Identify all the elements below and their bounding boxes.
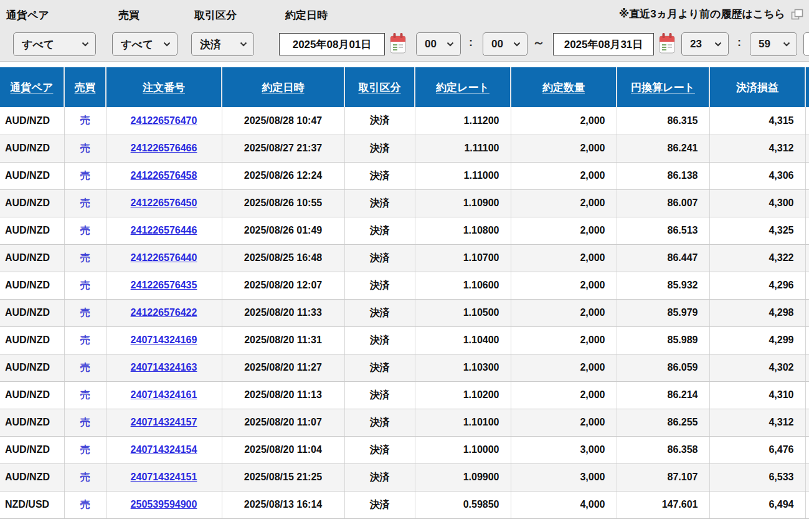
order-number-link[interactable]: 240714324163 [131, 362, 197, 373]
cell-exec-rate: 1.11100 [415, 135, 511, 162]
cell-jpy-rate: 86.513 [617, 217, 709, 244]
filter-bar: 通貨ペア 売買 取引区分 約定日時 ※直近3ヵ月より前の履歴はこちら すべて す… [0, 0, 809, 62]
calendar-icon[interactable] [658, 32, 676, 55]
calendar-icon[interactable] [389, 32, 407, 55]
minute-from-select[interactable]: 00 [483, 32, 528, 56]
table-row: AUD/NZD 売 241226576450 2025/08/26 10:55 … [0, 189, 809, 217]
cell-trade-type: 決済 [344, 381, 415, 409]
order-number-link[interactable]: 241226576458 [131, 170, 197, 181]
order-number-link[interactable]: 240714324169 [131, 335, 197, 345]
cell-settlement-pl: 4,325 [709, 217, 805, 244]
cell-order-number: 241226576440 [106, 244, 222, 272]
cell-jpy-rate: 86.255 [617, 409, 709, 436]
cell-exec-rate: 1.10100 [415, 409, 511, 436]
cell-currency-pair: AUD/NZD [0, 381, 64, 409]
cell-jpy-rate: 85.989 [617, 326, 709, 354]
order-number-link[interactable]: 240714324157 [131, 417, 197, 427]
hour-from-select-value: 00 [425, 38, 437, 50]
cell-order-number: 240714324151 [106, 463, 222, 491]
cell-jpy-rate: 147.601 [617, 491, 709, 518]
cell-currency-pair: AUD/NZD [0, 217, 64, 244]
header-jpy-rate[interactable]: 円換算レート [617, 67, 709, 107]
cell-order-number: 240714324161 [106, 381, 222, 409]
table-row: AUD/NZD 売 241226576458 2025/08/26 12:24 … [0, 162, 809, 189]
order-number-link[interactable]: 241226576435 [131, 280, 197, 290]
date-from-input[interactable]: 2025年08月01日 [279, 33, 385, 55]
order-number-link[interactable]: 241226576422 [131, 307, 197, 318]
cell-settlement-pl: 4,298 [709, 299, 805, 326]
currency-pair-select[interactable]: すべて [13, 32, 96, 56]
order-number-link[interactable]: 250539594900 [131, 499, 197, 510]
order-number-link[interactable]: 240714324161 [131, 389, 197, 400]
header-exec-rate[interactable]: 約定レート [415, 67, 511, 107]
table-row: AUD/NZD 売 241226576446 2025/08/26 01:49 … [0, 217, 809, 244]
cell-jpy-rate: 85.932 [617, 272, 709, 299]
chevron-down-icon [82, 42, 89, 47]
cell-currency-pair: AUD/NZD [0, 463, 64, 491]
cell-trade-type: 決済 [344, 272, 415, 299]
minute-to-select[interactable]: 59 [750, 32, 797, 56]
cell-jpy-rate: 87.107 [617, 463, 709, 491]
chevron-down-icon [714, 42, 722, 47]
header-sliver [805, 67, 809, 107]
cell-exec-qty: 2,000 [511, 189, 617, 217]
order-number-link[interactable]: 241226576450 [131, 197, 197, 208]
cell-order-number: 240714324169 [106, 326, 222, 354]
cell-trade-type: 決済 [344, 299, 415, 326]
cell-exec-rate: 1.10600 [415, 272, 511, 299]
header-trade-type[interactable]: 取引区分 [344, 67, 415, 107]
cell-side: 売 [64, 299, 106, 326]
cell-order-number: 240714324163 [106, 354, 222, 381]
cell-jpy-rate: 85.979 [617, 299, 709, 326]
date-to-input[interactable]: 2025年08月31日 [553, 33, 654, 55]
header-exec-qty[interactable]: 約定数量 [511, 67, 617, 107]
header-currency-pair[interactable]: 通貨ペア [0, 67, 64, 107]
order-number-link[interactable]: 240714324154 [131, 444, 197, 455]
cell-side: 売 [64, 135, 106, 162]
hour-to-select[interactable]: 23 [681, 32, 729, 56]
cell-currency-pair: AUD/NZD [0, 326, 64, 354]
trade-type-select[interactable]: 決済 [191, 32, 254, 56]
cell-exec-datetime: 2025/08/20 11:33 [222, 299, 344, 326]
table-row: AUD/NZD 売 241226576466 2025/08/27 21:37 … [0, 135, 809, 162]
order-number-link[interactable]: 241226576446 [131, 225, 197, 235]
order-number-link[interactable]: 241226576466 [131, 143, 197, 153]
cell-jpy-rate: 86.059 [617, 354, 709, 381]
order-number-link[interactable]: 240714324151 [131, 472, 197, 482]
time-separator: : [737, 36, 741, 49]
cell-trade-type: 決済 [344, 244, 415, 272]
cell-settlement-pl: 4,315 [709, 107, 805, 135]
cell-jpy-rate: 86.007 [617, 189, 709, 217]
table-row: NZD/USD 売 250539594900 2025/08/13 16:14 … [0, 491, 809, 518]
cell-exec-qty: 2,000 [511, 107, 617, 135]
cell-exec-rate: 1.11200 [415, 107, 511, 135]
cell-trade-type: 決済 [344, 436, 415, 463]
order-number-link[interactable]: 241226576470 [131, 115, 197, 126]
cell-trade-type: 決済 [344, 217, 415, 244]
header-side[interactable]: 売買 [64, 67, 106, 107]
cell-trade-type: 決済 [344, 162, 415, 189]
cell-side: 売 [64, 326, 106, 354]
hour-from-select[interactable]: 00 [416, 32, 461, 56]
cell-currency-pair: AUD/NZD [0, 409, 64, 436]
cell-settlement-pl: 4,300 [709, 189, 805, 217]
range-separator: ～ [532, 34, 545, 51]
cell-order-number: 241226576466 [106, 135, 222, 162]
cell-exec-datetime: 2025/08/28 10:47 [222, 107, 344, 135]
cell-order-number: 241226576450 [106, 189, 222, 217]
cell-currency-pair: NZD/USD [0, 491, 64, 518]
cell-exec-qty: 2,000 [511, 409, 617, 436]
header-exec-datetime[interactable]: 約定日時 [222, 67, 344, 107]
cell-sliver [805, 409, 809, 436]
cell-exec-qty: 2,000 [511, 135, 617, 162]
side-select[interactable]: すべて [112, 32, 177, 56]
order-number-link[interactable]: 241226576440 [131, 252, 197, 263]
minute-from-select-value: 00 [491, 38, 503, 50]
older-history-link[interactable]: ※直近3ヵ月より前の履歴はこちら [619, 7, 804, 21]
cell-jpy-rate: 86.315 [617, 107, 709, 135]
header-order-number[interactable]: 注文番号 [106, 67, 222, 107]
cell-exec-qty: 4,000 [511, 491, 617, 518]
clipped-control[interactable] [803, 32, 809, 56]
cell-sliver [805, 189, 809, 217]
cell-exec-datetime: 2025/08/26 01:49 [222, 217, 344, 244]
